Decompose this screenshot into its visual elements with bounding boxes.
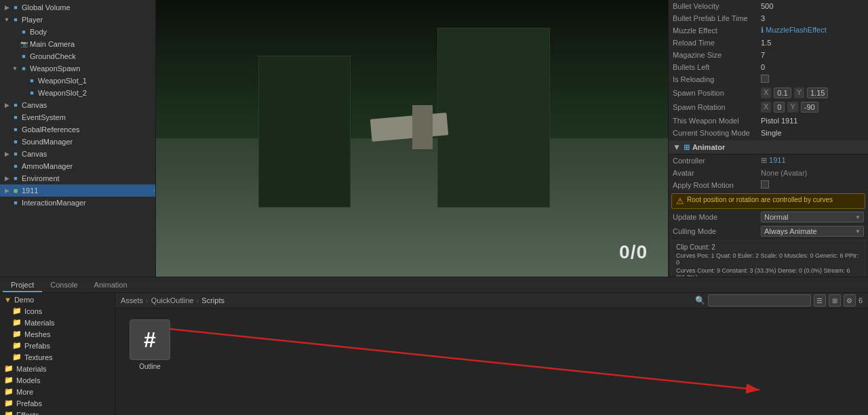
folder-icon: ▼ bbox=[4, 296, 12, 304]
file-item-meshes[interactable]: 📁 Meshes bbox=[0, 328, 115, 340]
spawn-pos-x-input[interactable]: 0.1 bbox=[774, 87, 791, 98]
camera-icon: 📷 bbox=[19, 39, 28, 49]
cube-icon: ■ bbox=[11, 15, 20, 24]
culling-mode-row: Culling Mode Always Animate ▼ bbox=[669, 224, 868, 239]
expand-arrow: ▶ bbox=[3, 185, 11, 196]
apply-root-motion-checkbox[interactable] bbox=[761, 180, 769, 189]
culling-mode-dropdown[interactable]: Always Animate ▼ bbox=[761, 226, 864, 237]
file-item-effects[interactable]: 📁 Effects bbox=[0, 409, 115, 415]
file-item-prefabs[interactable]: 📁 Prefabs bbox=[0, 340, 115, 351]
spawn-pos-y-input[interactable]: 1.15 bbox=[807, 87, 828, 98]
file-item-demo[interactable]: ▼ Demo bbox=[0, 294, 115, 305]
spawn-position-row: Spawn Position X 0.1 Y 1.15 bbox=[669, 86, 868, 100]
expand-arrow: ▶ bbox=[3, 2, 11, 13]
cube-icon: ■ bbox=[19, 64, 28, 73]
hierarchy-item-environment[interactable]: ▶ ■ Enviroment bbox=[0, 172, 155, 184]
file-item-icons[interactable]: 📁 Icons bbox=[0, 305, 115, 317]
breadcrumb-assets[interactable]: Assets bbox=[121, 296, 143, 304]
file-item-textures[interactable]: 📁 Textures bbox=[0, 351, 115, 363]
muzzle-effect-row: Muzzle Effect ℹ MuzzleFlashEffect bbox=[669, 24, 868, 37]
breadcrumb-scripts[interactable]: Scripts bbox=[201, 296, 224, 304]
spawn-pos-x-label: X bbox=[761, 87, 771, 98]
animator-section-header[interactable]: ▼ ⊞ Animator bbox=[669, 140, 868, 155]
tab-animation[interactable]: Animation bbox=[86, 279, 136, 292]
asset-thumbnail: # bbox=[130, 319, 170, 360]
spawn-rot-x-input[interactable]: 0 bbox=[774, 102, 785, 113]
hierarchy-item-ground-check[interactable]: ■ GroundCheck bbox=[0, 50, 155, 62]
muzzle-effect-icon: ℹ bbox=[761, 26, 764, 34]
settings-button[interactable]: ⚙ bbox=[844, 294, 856, 307]
cube-icon: ■ bbox=[11, 161, 20, 171]
folder-icon: 📁 bbox=[12, 318, 22, 327]
hierarchy-item-interaction-manager[interactable]: ■ InteractionManager bbox=[0, 197, 155, 209]
asset-file-list: # Outline bbox=[115, 309, 868, 381]
expand-arrow: ▶ bbox=[3, 149, 11, 159]
hierarchy-item-main-camera[interactable]: 📷 Main Camera bbox=[0, 38, 155, 50]
file-item-models[interactable]: 📁 Models bbox=[0, 374, 115, 386]
bullets-left-row: Bullets Left 0 bbox=[669, 61, 868, 73]
bottom-tab-bar: Project Console Animation bbox=[0, 277, 868, 293]
section-collapse-icon: ▼ bbox=[673, 142, 681, 152]
cube-green-icon: ■ bbox=[11, 186, 20, 195]
cube-icon: ■ bbox=[11, 100, 20, 110]
file-item-materials2[interactable]: 📁 Materials bbox=[0, 363, 115, 374]
scene-viewport[interactable]: 0/0 bbox=[156, 0, 668, 277]
spawn-rot-y-input[interactable]: -90 bbox=[801, 102, 818, 113]
scene-background: 0/0 bbox=[156, 0, 668, 277]
asset-content-area: # Outline bbox=[115, 309, 868, 413]
breadcrumb-quickoutline[interactable]: QuickOutline bbox=[151, 296, 194, 304]
hierarchy-item-body[interactable]: ■ Body bbox=[0, 26, 155, 38]
tab-project[interactable]: Project bbox=[3, 279, 42, 292]
hierarchy-item-weapon-slot-2[interactable]: ■ WeaponSlot_2 bbox=[0, 87, 155, 99]
expand-arrow: ▼ bbox=[11, 63, 19, 74]
controller-row: Controller ⊞ 1911 bbox=[669, 155, 868, 167]
cube-icon: ■ bbox=[11, 198, 20, 208]
is-reloading-checkbox[interactable] bbox=[761, 75, 769, 83]
spawn-rot-y-label: Y bbox=[787, 102, 797, 113]
warning-icon: ⚠ bbox=[676, 196, 684, 206]
tab-console[interactable]: Console bbox=[42, 279, 85, 292]
file-item-materials[interactable]: 📁 Materials bbox=[0, 317, 115, 328]
hierarchy-item-weapon-spawn[interactable]: ▼ ■ WeaponSpawn bbox=[0, 62, 155, 75]
cube-icon: ■ bbox=[27, 88, 37, 98]
hierarchy-item-event-system[interactable]: ■ EventSystem bbox=[0, 111, 155, 123]
grid-view-button[interactable]: ⊞ bbox=[829, 294, 841, 307]
expand-arrow: ▼ bbox=[3, 14, 11, 25]
cube-icon: ■ bbox=[27, 76, 37, 85]
asset-file-outline[interactable]: # Outline bbox=[126, 319, 174, 370]
cube-icon: ■ bbox=[11, 125, 20, 134]
cube-icon: ■ bbox=[11, 174, 20, 183]
animator-warning-box: ⚠ Root position or rotation are controll… bbox=[671, 193, 865, 209]
asset-filename: Outline bbox=[139, 363, 161, 370]
hierarchy-item-canvas[interactable]: ▶ ■ Canvas bbox=[0, 99, 155, 111]
hierarchy-item-player[interactable]: ▼ ■ Player bbox=[0, 14, 155, 26]
apply-root-motion-row: Apply Root Motion bbox=[669, 179, 868, 192]
hierarchy-item-weapon-slot-1[interactable]: ■ WeaponSlot_1 bbox=[0, 75, 155, 87]
current-shooting-mode-row: Current Shooting Mode Single bbox=[669, 127, 868, 139]
file-item-prefabs2[interactable]: 📁 Prefabs bbox=[0, 397, 115, 409]
hash-icon: # bbox=[144, 328, 156, 353]
folder-icon: 📁 bbox=[12, 353, 22, 361]
hierarchy-panel: ▶ ■ Global Volume ▼ ■ Player ■ Body 📷 Ma… bbox=[0, 0, 156, 277]
update-mode-dropdown[interactable]: Normal ▼ bbox=[761, 212, 864, 222]
hierarchy-item-global-refs[interactable]: ■ GobalReferences bbox=[0, 123, 155, 136]
expand-arrow: ▶ bbox=[3, 100, 11, 111]
asset-search-input[interactable] bbox=[708, 294, 811, 307]
item-count: 6 bbox=[859, 296, 863, 304]
ammo-display: 0/0 bbox=[619, 241, 648, 263]
dropdown-arrow-icon: ▼ bbox=[855, 214, 861, 220]
magazine-size-row: Magazine Size 7 bbox=[669, 49, 868, 61]
hierarchy-item-ammo-manager[interactable]: ■ AmmoManager bbox=[0, 160, 155, 172]
file-item-more[interactable]: 📁 More bbox=[0, 386, 115, 397]
file-tree: ▼ Demo 📁 Icons 📁 Materials 📁 Meshes 📁 Pr… bbox=[0, 293, 115, 415]
update-mode-row: Update Mode Normal ▼ bbox=[669, 210, 868, 224]
hierarchy-item-sound-manager[interactable]: ■ SoundManager bbox=[0, 136, 155, 148]
hierarchy-item-canvas2[interactable]: ▶ ■ Canvas bbox=[0, 148, 155, 160]
folder-icon: 📁 bbox=[12, 307, 22, 315]
clip-info-box: Clip Count: 2 Curves Pos: 1 Quat: 0 Eule… bbox=[671, 240, 865, 277]
list-view-button[interactable]: ☰ bbox=[814, 294, 826, 307]
folder-icon: 📁 bbox=[4, 399, 14, 408]
spawn-rot-x-label: X bbox=[761, 102, 771, 113]
hierarchy-item-1911[interactable]: ▶ ■ 1911 › bbox=[0, 184, 155, 197]
hierarchy-item-global-volume[interactable]: ▶ ■ Global Volume bbox=[0, 1, 155, 14]
